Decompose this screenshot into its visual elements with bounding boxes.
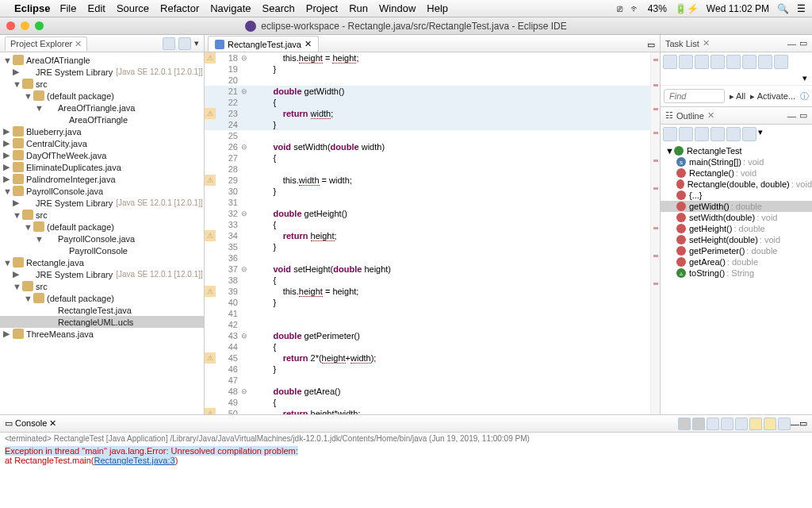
code-line[interactable]: 40 }	[205, 297, 650, 308]
overview-ruler[interactable]	[650, 52, 660, 414]
tree-row[interactable]: RectangleUML.ucls	[0, 316, 204, 328]
tree-row[interactable]: ▼src	[0, 78, 204, 90]
word-wrap-icon[interactable]	[735, 418, 748, 430]
code-line[interactable]: 25	[205, 130, 650, 141]
app-name[interactable]: Eclipse	[14, 2, 51, 14]
prev-icon[interactable]	[758, 55, 772, 69]
tree-row[interactable]: ▼AreaOfTriangle.java	[0, 102, 204, 114]
view-menu-icon[interactable]: ▾	[758, 127, 763, 141]
code-editor[interactable]: ⚠18⊖ this.height = height;19 }2021⊖ doub…	[205, 52, 660, 414]
close-icon[interactable]: ✕	[49, 418, 56, 428]
maximize-window[interactable]	[35, 21, 44, 30]
menu-run[interactable]: Run	[349, 2, 368, 14]
code-line[interactable]: 48⊖ double getArea()	[205, 386, 650, 397]
next-icon[interactable]	[774, 55, 788, 69]
task-search-input[interactable]	[664, 89, 725, 103]
editor-tab-rectangletest[interactable]: RectangleTest.java ✕	[208, 36, 319, 52]
code-line[interactable]: ⚠29 this.width = width;	[205, 175, 650, 186]
view-menu-icon[interactable]: ▾	[194, 38, 199, 48]
categorize-icon[interactable]	[679, 55, 693, 69]
link-editor-icon[interactable]	[178, 37, 191, 50]
tree-row[interactable]: ▼src	[0, 280, 204, 292]
tree-row[interactable]: ▼PayrollConsole.java	[0, 185, 204, 197]
tree-row[interactable]: ▶ThreeMeans.java	[0, 328, 204, 340]
outline-title[interactable]: Outline	[676, 111, 704, 121]
display-selected-icon[interactable]	[764, 418, 776, 430]
code-line[interactable]: 32⊖ double getHeight()	[205, 208, 650, 219]
tree-row[interactable]: ▶JRE System Library[Java SE 12.0.1 [12.0…	[0, 268, 204, 280]
tree-row[interactable]: ▶Blueberry.java	[0, 125, 204, 137]
tree-row[interactable]: PayrollConsole	[0, 244, 204, 256]
filter-activate[interactable]: ▸ Activate...	[750, 91, 795, 102]
clock[interactable]: Wed 11:02 PM	[707, 3, 769, 14]
code-line[interactable]: 30 }	[205, 186, 650, 197]
code-line[interactable]: 47	[205, 375, 650, 386]
outline-item[interactable]: getHeight() : double	[661, 223, 812, 234]
outline-item[interactable]: setWidth(double) : void	[661, 212, 812, 223]
outline-tree[interactable]: ▼ RectangleTestsmain(String[]) : voidRec…	[661, 144, 812, 414]
clear-console-icon[interactable]	[707, 418, 719, 430]
chevron-down-icon[interactable]: ▾	[802, 73, 807, 83]
code-line[interactable]: 41	[205, 308, 650, 319]
outline-item[interactable]: smain(String[]) : void	[661, 156, 812, 167]
tree-row[interactable]: ▼(default package)	[0, 221, 204, 233]
tree-row[interactable]: ▶JRE System Library[Java SE 12.0.1 [12.0…	[0, 197, 204, 209]
outline-item[interactable]: getWidth() : double	[661, 201, 812, 212]
code-line[interactable]: ⚠18⊖ this.height = height;	[205, 52, 650, 64]
console-output[interactable]: Exception in thread "main" java.lang.Err…	[0, 444, 812, 508]
tree-row[interactable]: ▼src	[0, 209, 204, 221]
menu-refactor[interactable]: Refactor	[160, 2, 199, 14]
tree-row[interactable]: ▶PalindromeInteger.java	[0, 173, 204, 185]
maximize-icon[interactable]: ▭	[799, 418, 807, 429]
code-line[interactable]: 26⊖ void setWidth(double width)	[205, 141, 650, 152]
hide-nonpublic-icon[interactable]	[710, 127, 725, 141]
hide-static-icon[interactable]	[695, 127, 709, 141]
code-line[interactable]: 44 {	[205, 341, 650, 352]
tree-row[interactable]: ▼AreaOfATriangle	[0, 54, 204, 66]
close-icon[interactable]: ✕	[304, 39, 312, 49]
code-line[interactable]: 49 {	[205, 397, 650, 408]
sort-icon[interactable]	[663, 127, 677, 141]
code-line[interactable]: 31	[205, 197, 650, 208]
code-line[interactable]: 19 }	[205, 64, 650, 75]
tree-row[interactable]: ▶CentralCity.java	[0, 137, 204, 149]
code-line[interactable]: ⚠39 this.height = height;	[205, 286, 650, 297]
outline-item[interactable]: Rectangle() : void	[661, 167, 812, 179]
hide-fields-icon[interactable]	[679, 127, 693, 141]
code-line[interactable]: 24 }	[205, 119, 650, 130]
menu-help[interactable]: Help	[427, 2, 448, 14]
maximize-editor-icon[interactable]: ▭	[642, 38, 660, 52]
code-line[interactable]: 43⊖ double getPerimeter()	[205, 330, 650, 341]
collapse-all-icon[interactable]	[163, 37, 175, 50]
minimize-icon[interactable]: —	[791, 419, 799, 429]
minimize-icon[interactable]: —	[787, 111, 796, 121]
tree-row[interactable]: RectangleTest.java	[0, 304, 204, 316]
wifi-icon[interactable]: ᯤ	[630, 3, 640, 14]
remove-launch-icon[interactable]	[678, 418, 691, 430]
outline-item[interactable]: ▵toString() : String	[661, 267, 812, 279]
sync-icon[interactable]	[710, 55, 725, 69]
menu-navigate[interactable]: Navigate	[210, 2, 251, 14]
new-task-icon[interactable]	[663, 55, 677, 69]
console-tab[interactable]: ▭Console ✕	[5, 418, 56, 429]
code-line[interactable]: ⚠45 return 2*(height+width);	[205, 352, 650, 364]
focus-icon[interactable]	[726, 55, 741, 69]
code-line[interactable]: 37⊖ void setHeight(double height)	[205, 264, 650, 275]
remove-all-icon[interactable]	[692, 418, 705, 430]
outline-item[interactable]: {...}	[661, 190, 812, 201]
hide-local-icon[interactable]	[726, 127, 741, 141]
menu-project[interactable]: Project	[306, 2, 338, 14]
outline-item[interactable]: getPerimeter() : double	[661, 245, 812, 256]
schedule-icon[interactable]	[695, 55, 709, 69]
menu-source[interactable]: Source	[117, 2, 149, 14]
tree-row[interactable]: ▼Rectangle.java	[0, 256, 204, 268]
code-line[interactable]: 36	[205, 252, 650, 264]
code-line[interactable]: 46 }	[205, 364, 650, 375]
scroll-lock-icon[interactable]	[721, 418, 733, 430]
tree-row[interactable]: ▶EliminateDuplicates.java	[0, 161, 204, 173]
tree-row[interactable]: ▼PayrollConsole.java	[0, 233, 204, 244]
filter-all[interactable]: ▸ All	[730, 91, 746, 102]
close-icon[interactable]: ✕	[703, 38, 710, 48]
menu-icon[interactable]: ☰	[797, 3, 806, 14]
code-line[interactable]: 42	[205, 319, 650, 330]
